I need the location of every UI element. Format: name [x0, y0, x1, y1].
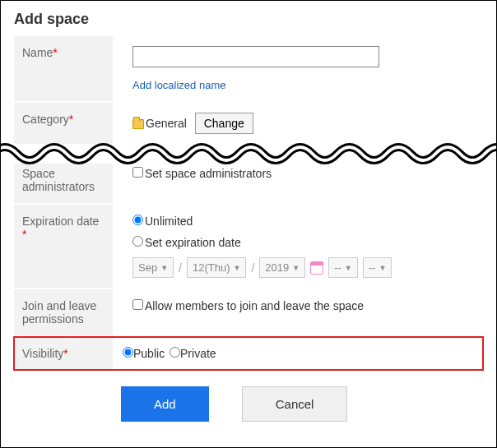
- expiration-unlimited-radio[interactable]: [132, 215, 143, 225]
- expiration-unlimited-label[interactable]: Unlimited: [132, 215, 193, 228]
- name-input[interactable]: [132, 46, 379, 67]
- visibility-label: Visibility*: [14, 337, 113, 370]
- expiration-label: Expiration date *: [14, 205, 113, 288]
- join-leave-checkbox[interactable]: [132, 299, 143, 310]
- admins-label: Space administrators: [14, 164, 113, 203]
- minute-select[interactable]: --▼: [363, 257, 392, 278]
- page-title: Add space: [14, 11, 483, 28]
- change-category-button[interactable]: Change: [195, 113, 253, 134]
- visibility-public-radio[interactable]: [123, 347, 133, 358]
- calendar-icon[interactable]: [310, 261, 323, 275]
- add-localized-name-link[interactable]: Add localized name: [132, 79, 225, 91]
- month-select[interactable]: Sep▼: [132, 257, 174, 278]
- expiration-set-label[interactable]: Set expiration date: [132, 236, 241, 249]
- join-leave-label[interactable]: Allow members to join and leave the spac…: [132, 299, 364, 312]
- expiration-set-radio[interactable]: [132, 236, 143, 247]
- visibility-row: Visibility* Public Private: [14, 337, 483, 370]
- year-select[interactable]: 2019▼: [259, 257, 305, 278]
- content-break-decoration: [1, 139, 496, 169]
- day-select[interactable]: 12(Thu)▼: [187, 257, 246, 278]
- hour-select[interactable]: --▼: [328, 257, 358, 278]
- add-button[interactable]: Add: [121, 386, 209, 422]
- set-admins-label[interactable]: Set space administrators: [132, 167, 272, 180]
- visibility-private-label[interactable]: Private: [170, 347, 216, 360]
- name-label: Name*: [14, 36, 113, 101]
- category-value: General: [146, 117, 187, 130]
- join-label: Join and leave permissions: [14, 289, 113, 335]
- visibility-public-label[interactable]: Public: [123, 347, 165, 360]
- cancel-button[interactable]: Cancel: [242, 386, 348, 422]
- category-label: Category*: [14, 103, 113, 144]
- folder-icon: [132, 119, 144, 129]
- visibility-private-radio[interactable]: [170, 347, 180, 358]
